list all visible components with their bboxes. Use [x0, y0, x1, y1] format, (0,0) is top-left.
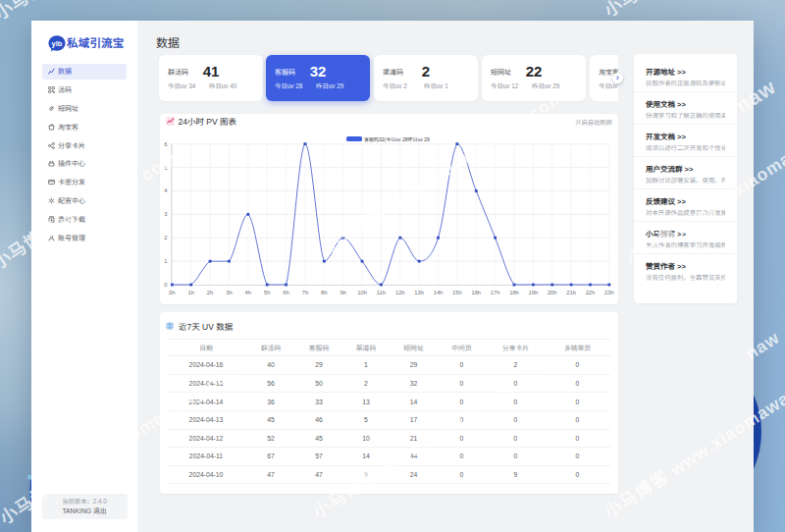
svg-text:2: 2 — [164, 235, 167, 240]
svg-text:0: 0 — [164, 282, 167, 288]
svg-text:21h: 21h — [566, 289, 576, 294]
svg-text:5h: 5h — [264, 289, 270, 294]
svg-text:3h: 3h — [226, 289, 232, 294]
svg-text:19h: 19h — [529, 289, 539, 294]
svg-text:1: 1 — [164, 258, 167, 264]
svg-text:15h: 15h — [452, 289, 462, 294]
svg-text:18h: 18h — [509, 289, 519, 294]
svg-text:16h: 16h — [471, 289, 481, 294]
svg-text:17h: 17h — [491, 289, 500, 294]
svg-text:11h: 11h — [377, 289, 386, 294]
svg-text:5: 5 — [164, 164, 167, 170]
svg-text:0h: 0h — [169, 289, 175, 294]
svg-text:13h: 13h — [414, 289, 424, 294]
svg-text:ylb: ylb — [51, 39, 62, 48]
svg-text:23h: 23h — [604, 289, 614, 294]
svg-text:1h: 1h — [187, 289, 193, 294]
svg-text:6: 6 — [164, 140, 167, 146]
svg-text:9h: 9h — [340, 289, 345, 294]
svg-text:20h: 20h — [548, 289, 557, 294]
svg-text:6h: 6h — [283, 289, 288, 294]
svg-text:22h: 22h — [586, 289, 596, 294]
svg-text:4h: 4h — [245, 289, 251, 294]
svg-text:8h: 8h — [321, 289, 327, 294]
svg-text:12h: 12h — [395, 289, 405, 294]
svg-text:10h: 10h — [357, 289, 367, 294]
svg-text:4: 4 — [164, 187, 168, 193]
svg-text:3: 3 — [164, 211, 167, 217]
svg-text:7h: 7h — [302, 289, 308, 294]
svg-text:2h: 2h — [207, 289, 213, 294]
svg-text:14h: 14h — [434, 289, 444, 294]
